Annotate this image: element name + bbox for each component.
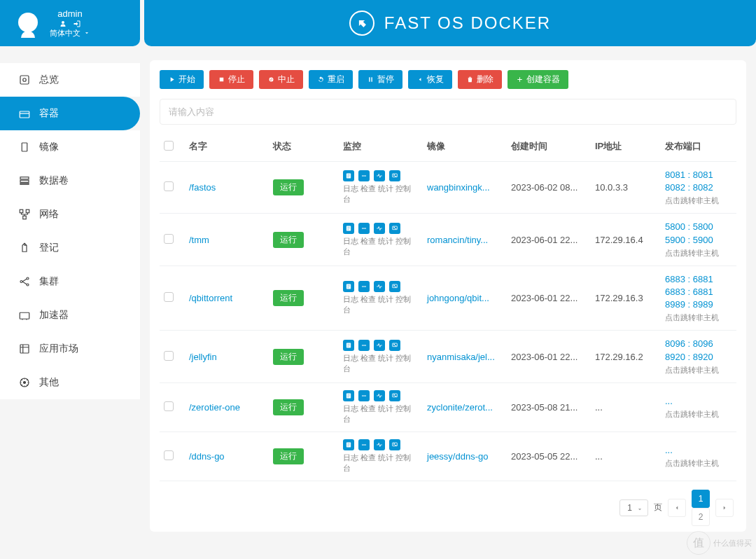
svg-point-27 (365, 176, 365, 177)
search-input[interactable] (160, 99, 736, 125)
image-link[interactable]: zyclonite/zerot... (423, 382, 507, 432)
language-label: 简体中文 (50, 28, 80, 38)
restart-button[interactable]: 重启 (309, 70, 353, 89)
pause-button[interactable]: 暂停 (358, 70, 402, 89)
svg-point-25 (362, 176, 363, 177)
image-link[interactable]: wangbinxingk... (423, 162, 507, 214)
svg-point-11 (27, 284, 29, 286)
svg-point-71 (363, 444, 364, 445)
svg-point-61 (362, 395, 363, 396)
port-links[interactable]: ... (665, 444, 732, 457)
image-link[interactable]: romancin/tiny... (423, 214, 507, 265)
row-checkbox[interactable] (164, 234, 174, 244)
port-hint: 点击跳转非主机 (665, 312, 732, 323)
brand-title: FAST OS DOCKER (384, 13, 551, 33)
select-all-checkbox[interactable] (164, 141, 174, 151)
sidebar-item-overview[interactable]: 总览 (0, 63, 140, 97)
port-links[interactable]: ... (665, 395, 732, 408)
row-checkbox[interactable] (164, 181, 174, 191)
col-ip: IP地址 (591, 132, 661, 162)
sidebar-item-container[interactable]: 容器 (0, 97, 140, 130)
svg-text:>_: >_ (393, 226, 396, 229)
container-name-link[interactable]: /zerotier-one (185, 382, 269, 432)
container-name-link[interactable]: /qbittorrent (185, 265, 269, 331)
delete-button[interactable]: 删除 (458, 70, 502, 89)
port-links[interactable]: 8096 : 8096 8920 : 8920 (665, 338, 732, 363)
ip-address: 172.29.16.3 (591, 265, 661, 331)
svg-point-1 (23, 78, 27, 82)
table-row: /fastos运行>_日志 检查 统计 控制台wangbinxingk...20… (160, 162, 736, 214)
sidebar-item-label: 容器 (39, 107, 59, 120)
table-row: /jellyfin运行>_日志 检查 统计 控制台nyanmisaka/jel.… (160, 331, 736, 382)
next-page-button[interactable] (715, 499, 734, 517)
image-link[interactable]: jeessy/ddns-go (423, 432, 507, 481)
create-button[interactable]: 创建容器 (507, 70, 568, 89)
row-checkbox[interactable] (164, 351, 174, 361)
port-links[interactable]: 5800 : 5800 5900 : 5900 (665, 221, 732, 246)
container-name-link[interactable]: /ddns-go (185, 432, 269, 481)
svg-text:>_: >_ (393, 284, 396, 287)
sidebar-item-label: 网络 (39, 208, 59, 221)
container-name-link[interactable]: /tmm (185, 214, 269, 265)
row-checkbox[interactable] (164, 401, 174, 411)
svg-rect-13 (20, 345, 29, 353)
port-links[interactable]: 6883 : 6881 6883 : 6881 8989 : 8989 (665, 273, 732, 312)
ip-address: 172.29.16.2 (591, 331, 661, 382)
monitor-icons[interactable]: >_ (343, 170, 419, 181)
row-checkbox[interactable] (164, 292, 174, 302)
svg-rect-6 (20, 209, 23, 213)
start-button[interactable]: 开始 (160, 70, 204, 89)
port-hint: 点击跳转非主机 (665, 248, 732, 258)
sidebar-item-cluster[interactable]: 集群 (0, 265, 140, 298)
monitor-icons[interactable]: >_ (343, 390, 419, 401)
resume-button[interactable]: 恢复 (408, 70, 452, 89)
port-hint: 点击跳转非主机 (665, 458, 732, 469)
kill-button[interactable]: 中止 (259, 70, 303, 89)
sidebar-item-image[interactable]: 镜像 (0, 130, 140, 164)
sidebar-item-label: 镜像 (39, 141, 59, 153)
prev-page-button[interactable] (668, 499, 686, 517)
svg-point-62 (363, 395, 364, 396)
sidebar-item-accel[interactable]: 加速器 (0, 298, 140, 332)
monitor-labels: 日志 检查 统计 控制台 (343, 294, 419, 315)
col-ports: 发布端口 (661, 132, 736, 162)
monitor-icons[interactable]: >_ (343, 281, 419, 292)
container-name-link[interactable]: /fastos (185, 162, 269, 214)
monitor-icons[interactable]: >_ (343, 340, 419, 351)
sidebar-item-label: 集群 (39, 275, 59, 288)
page-button-1[interactable]: 1 (692, 490, 710, 508)
svg-point-26 (363, 176, 364, 177)
port-hint: 点击跳转非主机 (665, 409, 732, 420)
sidebar-item-network[interactable]: 网络 (0, 198, 140, 231)
row-checkbox[interactable] (164, 450, 174, 460)
image-link[interactable]: nyanmisaka/jel... (423, 331, 507, 382)
svg-point-15 (24, 382, 26, 384)
language-selector[interactable]: 简体中文 (50, 28, 90, 38)
sidebar-item-label: 其他 (39, 376, 59, 389)
avatar-icon (18, 13, 38, 32)
monitor-icons[interactable]: >_ (343, 223, 419, 234)
svg-rect-2 (20, 111, 29, 118)
svg-point-70 (362, 444, 363, 445)
image-link[interactable]: johngong/qbit... (423, 265, 507, 331)
page-button-2[interactable]: 2 (692, 508, 710, 526)
sidebar-item-label: 数据卷 (39, 174, 69, 187)
brand-bar: FAST OS DOCKER (144, 0, 756, 46)
svg-text:>_: >_ (393, 174, 396, 177)
logout-icon[interactable] (73, 20, 81, 28)
port-links[interactable]: 8081 : 8081 8082 : 8082 (665, 169, 732, 194)
sidebar-item-other[interactable]: 其他 (0, 366, 140, 399)
stop-button[interactable]: 停止 (209, 70, 253, 89)
monitor-icons[interactable]: >_ (343, 439, 419, 450)
page-size-select[interactable]: 1 (620, 499, 648, 516)
svg-rect-4 (20, 180, 29, 182)
container-name-link[interactable]: /jellyfin (185, 331, 269, 382)
svg-text:>_: >_ (393, 394, 396, 396)
status-badge: 运行 (273, 232, 304, 248)
sidebar-item-market[interactable]: 应用市场 (0, 332, 140, 366)
svg-point-10 (27, 277, 29, 280)
col-created: 创建时间 (507, 132, 591, 162)
sidebar-item-registry[interactable]: 登记 (0, 231, 140, 265)
user-block: admin 简体中文 (0, 0, 140, 46)
sidebar-item-volume[interactable]: 数据卷 (0, 164, 140, 198)
